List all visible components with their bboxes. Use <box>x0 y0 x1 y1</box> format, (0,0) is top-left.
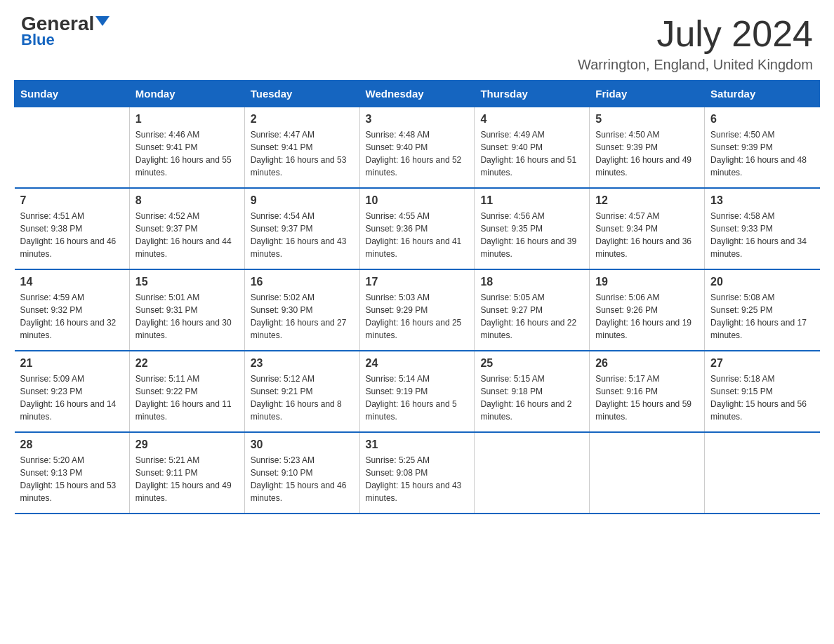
day-info: Sunrise: 5:08 AMSunset: 9:25 PMDaylight:… <box>710 291 814 342</box>
calendar-day-cell: 21Sunrise: 5:09 AMSunset: 9:23 PMDayligh… <box>15 351 130 432</box>
calendar-day-cell: 6Sunrise: 4:50 AMSunset: 9:39 PMDaylight… <box>705 107 820 189</box>
calendar-day-cell: 15Sunrise: 5:01 AMSunset: 9:31 PMDayligh… <box>129 269 244 351</box>
calendar-day-cell: 20Sunrise: 5:08 AMSunset: 9:25 PMDayligh… <box>705 269 820 351</box>
day-info: Sunrise: 4:50 AMSunset: 9:39 PMDaylight:… <box>595 128 699 179</box>
day-info: Sunrise: 5:12 AMSunset: 9:21 PMDaylight:… <box>251 373 354 423</box>
calendar-day-cell: 26Sunrise: 5:17 AMSunset: 9:16 PMDayligh… <box>590 351 705 432</box>
day-info: Sunrise: 5:15 AMSunset: 9:18 PMDaylight:… <box>480 373 583 423</box>
day-number: 19 <box>595 276 699 288</box>
calendar-day-cell: 18Sunrise: 5:05 AMSunset: 9:27 PMDayligh… <box>475 269 590 351</box>
calendar-day-cell: 17Sunrise: 5:03 AMSunset: 9:29 PMDayligh… <box>359 269 475 351</box>
day-number: 30 <box>251 438 354 451</box>
day-number: 21 <box>20 357 124 370</box>
calendar-title: July 2024 <box>578 14 813 54</box>
day-number: 29 <box>135 438 239 451</box>
day-number: 16 <box>251 276 354 288</box>
day-number: 12 <box>595 194 699 207</box>
calendar-day-cell: 24Sunrise: 5:14 AMSunset: 9:19 PMDayligh… <box>359 351 475 432</box>
logo-triangle-icon <box>95 16 110 26</box>
col-tuesday: Tuesday <box>244 81 359 107</box>
day-info: Sunrise: 4:50 AMSunset: 9:39 PMDaylight:… <box>710 128 814 179</box>
day-number: 4 <box>480 113 583 126</box>
day-info: Sunrise: 4:54 AMSunset: 9:37 PMDaylight:… <box>251 210 354 260</box>
calendar-day-cell <box>590 432 705 514</box>
day-info: Sunrise: 5:25 AMSunset: 9:08 PMDaylight:… <box>366 454 469 504</box>
calendar-day-cell: 30Sunrise: 5:23 AMSunset: 9:10 PMDayligh… <box>244 432 359 514</box>
calendar-week-row: 21Sunrise: 5:09 AMSunset: 9:23 PMDayligh… <box>15 351 820 432</box>
day-info: Sunrise: 5:18 AMSunset: 9:15 PMDaylight:… <box>710 373 814 423</box>
day-number: 26 <box>595 357 699 370</box>
day-number: 2 <box>251 113 354 126</box>
day-info: Sunrise: 5:06 AMSunset: 9:26 PMDaylight:… <box>595 291 699 342</box>
logo: General Blue <box>21 14 110 49</box>
day-info: Sunrise: 4:46 AMSunset: 9:41 PMDaylight:… <box>135 128 239 179</box>
calendar-day-cell: 19Sunrise: 5:06 AMSunset: 9:26 PMDayligh… <box>590 269 705 351</box>
day-info: Sunrise: 5:09 AMSunset: 9:23 PMDaylight:… <box>20 373 124 423</box>
col-monday: Monday <box>129 81 244 107</box>
day-info: Sunrise: 4:49 AMSunset: 9:40 PMDaylight:… <box>480 128 583 179</box>
day-number: 1 <box>135 113 239 126</box>
calendar-day-cell: 10Sunrise: 4:55 AMSunset: 9:36 PMDayligh… <box>359 188 475 269</box>
calendar-day-cell: 29Sunrise: 5:21 AMSunset: 9:11 PMDayligh… <box>129 432 244 514</box>
day-number: 5 <box>595 113 699 126</box>
day-info: Sunrise: 4:47 AMSunset: 9:41 PMDaylight:… <box>251 128 354 179</box>
calendar-header-row: Sunday Monday Tuesday Wednesday Thursday… <box>15 81 820 107</box>
logo-blue: Blue <box>21 31 55 49</box>
calendar-day-cell: 16Sunrise: 5:02 AMSunset: 9:30 PMDayligh… <box>244 269 359 351</box>
col-friday: Friday <box>590 81 705 107</box>
day-info: Sunrise: 5:01 AMSunset: 9:31 PMDaylight:… <box>135 291 239 342</box>
calendar-day-cell: 11Sunrise: 4:56 AMSunset: 9:35 PMDayligh… <box>475 188 590 269</box>
day-number: 13 <box>710 194 814 207</box>
day-number: 20 <box>710 276 814 288</box>
calendar-table: Sunday Monday Tuesday Wednesday Thursday… <box>14 80 820 514</box>
calendar-week-row: 14Sunrise: 4:59 AMSunset: 9:32 PMDayligh… <box>15 269 820 351</box>
day-number: 25 <box>480 357 583 370</box>
day-info: Sunrise: 4:56 AMSunset: 9:35 PMDaylight:… <box>480 210 583 260</box>
day-info: Sunrise: 5:17 AMSunset: 9:16 PMDaylight:… <box>595 373 699 423</box>
day-info: Sunrise: 5:23 AMSunset: 9:10 PMDaylight:… <box>251 454 354 504</box>
day-number: 8 <box>135 194 239 207</box>
day-info: Sunrise: 5:14 AMSunset: 9:19 PMDaylight:… <box>366 373 469 423</box>
calendar-week-row: 7Sunrise: 4:51 AMSunset: 9:38 PMDaylight… <box>15 188 820 269</box>
day-number: 9 <box>251 194 354 207</box>
day-number: 27 <box>710 357 814 370</box>
calendar-day-cell: 3Sunrise: 4:48 AMSunset: 9:40 PMDaylight… <box>359 107 475 189</box>
calendar-day-cell: 22Sunrise: 5:11 AMSunset: 9:22 PMDayligh… <box>129 351 244 432</box>
page-header: General Blue July 2024 Warrington, Engla… <box>0 0 834 80</box>
calendar-day-cell <box>705 432 820 514</box>
calendar-week-row: 28Sunrise: 5:20 AMSunset: 9:13 PMDayligh… <box>15 432 820 514</box>
calendar-day-cell: 2Sunrise: 4:47 AMSunset: 9:41 PMDaylight… <box>244 107 359 189</box>
col-sunday: Sunday <box>15 81 130 107</box>
day-number: 28 <box>20 438 124 451</box>
calendar-day-cell <box>475 432 590 514</box>
calendar-day-cell: 13Sunrise: 4:58 AMSunset: 9:33 PMDayligh… <box>705 188 820 269</box>
day-number: 7 <box>20 194 124 207</box>
calendar-day-cell: 5Sunrise: 4:50 AMSunset: 9:39 PMDaylight… <box>590 107 705 189</box>
day-info: Sunrise: 5:20 AMSunset: 9:13 PMDaylight:… <box>20 454 124 504</box>
calendar-day-cell: 28Sunrise: 5:20 AMSunset: 9:13 PMDayligh… <box>15 432 130 514</box>
day-info: Sunrise: 5:21 AMSunset: 9:11 PMDaylight:… <box>135 454 239 504</box>
calendar-day-cell: 12Sunrise: 4:57 AMSunset: 9:34 PMDayligh… <box>590 188 705 269</box>
day-info: Sunrise: 5:02 AMSunset: 9:30 PMDaylight:… <box>251 291 354 342</box>
calendar-container: Sunday Monday Tuesday Wednesday Thursday… <box>0 80 834 528</box>
calendar-week-row: 1Sunrise: 4:46 AMSunset: 9:41 PMDaylight… <box>15 107 820 189</box>
calendar-day-cell: 25Sunrise: 5:15 AMSunset: 9:18 PMDayligh… <box>475 351 590 432</box>
day-info: Sunrise: 4:51 AMSunset: 9:38 PMDaylight:… <box>20 210 124 260</box>
day-number: 22 <box>135 357 239 370</box>
day-number: 11 <box>480 194 583 207</box>
col-wednesday: Wednesday <box>359 81 475 107</box>
day-number: 17 <box>366 276 469 288</box>
day-number: 6 <box>710 113 814 126</box>
day-number: 15 <box>135 276 239 288</box>
day-info: Sunrise: 4:55 AMSunset: 9:36 PMDaylight:… <box>366 210 469 260</box>
day-number: 10 <box>366 194 469 207</box>
day-info: Sunrise: 5:05 AMSunset: 9:27 PMDaylight:… <box>480 291 583 342</box>
calendar-day-cell: 23Sunrise: 5:12 AMSunset: 9:21 PMDayligh… <box>244 351 359 432</box>
day-info: Sunrise: 5:11 AMSunset: 9:22 PMDaylight:… <box>135 373 239 423</box>
day-info: Sunrise: 4:58 AMSunset: 9:33 PMDaylight:… <box>710 210 814 260</box>
day-info: Sunrise: 4:48 AMSunset: 9:40 PMDaylight:… <box>366 128 469 179</box>
calendar-day-cell: 9Sunrise: 4:54 AMSunset: 9:37 PMDaylight… <box>244 188 359 269</box>
col-saturday: Saturday <box>705 81 820 107</box>
day-number: 14 <box>20 276 124 288</box>
day-number: 31 <box>366 438 469 451</box>
